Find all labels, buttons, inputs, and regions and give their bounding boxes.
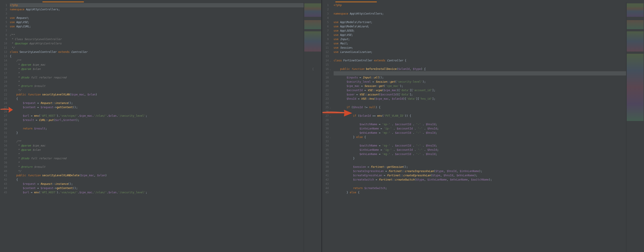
line-number[interactable]: 43 <box>322 182 331 186</box>
line-number[interactable]: 33 <box>322 139 331 144</box>
line-number[interactable]: 32⌄ <box>322 135 331 139</box>
line-number[interactable]: 34 <box>322 144 331 148</box>
code-line[interactable]: * @param $cpe_mac <box>10 144 304 148</box>
code-line[interactable]: use App\VSE; <box>10 20 304 24</box>
code-line[interactable]: namespace App\Http\Controllers; <box>10 8 304 12</box>
code-line[interactable]: } <box>334 156 626 161</box>
line-number[interactable]: 2 <box>0 8 7 12</box>
code-line[interactable]: public function securityLevelVLANDelete(… <box>10 173 304 178</box>
code-line[interactable]: $eVxLanName = 'eg-' . $accountId . '-' .… <box>334 152 626 156</box>
line-number[interactable]: 20 <box>0 84 7 88</box>
code-line[interactable] <box>10 109 304 114</box>
line-number[interactable]: 28 <box>322 118 331 122</box>
line-number[interactable]: 33 <box>0 139 7 144</box>
line-number[interactable]: {16⌄ <box>322 67 331 71</box>
minimap-right[interactable] <box>626 2 644 252</box>
line-number[interactable]: 8 <box>0 33 7 37</box>
code-line[interactable]: } else { <box>334 190 626 195</box>
code-line[interactable]: $createSwitch = Fortinet::createSwitch($… <box>334 178 626 182</box>
code-line[interactable] <box>334 71 626 75</box>
line-number[interactable]: 25 <box>0 105 7 109</box>
code-line[interactable]: /** <box>10 58 304 63</box>
code-line[interactable]: <?php <box>334 3 626 8</box>
code-line[interactable]: $url = env('API_HOST').'vse/vcpe/'.$cpe_… <box>10 190 304 195</box>
fold-chevron-icon[interactable]: ⌄ <box>329 67 331 71</box>
code-line[interactable]: <?php <box>10 3 304 8</box>
code-line[interactable] <box>334 118 626 122</box>
code-line[interactable]: * <box>10 80 304 84</box>
line-number[interactable]: 39 <box>322 165 331 169</box>
line-number[interactable]: 10 <box>0 41 7 46</box>
line-number[interactable]: 19 <box>322 80 331 84</box>
line-number[interactable]: 36 <box>0 152 7 156</box>
line-number[interactable]: 12 <box>322 50 331 54</box>
line-number[interactable]: 45 <box>322 190 331 195</box>
line-number[interactable]: 12 <box>0 50 7 54</box>
code-line[interactable]: $url = env('API_HOST').'vse/vcpe/'.$cpe_… <box>10 114 304 118</box>
line-number[interactable]: 10 <box>322 41 331 46</box>
code-line[interactable]: /** <box>10 139 304 144</box>
code-line[interactable]: use Mail; <box>334 41 626 46</box>
code-area-right[interactable]: <?php namespace App\Http\Controllers; us… <box>333 2 626 252</box>
code-line[interactable]: return $result; <box>10 127 304 131</box>
code-line[interactable]: $request = Request::instance(); <box>10 101 304 105</box>
code-line[interactable]: $createEgressVxLan = Fortinet::createEgr… <box>334 173 626 178</box>
code-line[interactable]: { <box>10 178 304 182</box>
line-number[interactable]: 28 <box>0 118 7 122</box>
code-line[interactable]: if ($vlanId == env('PVT_VLAN_ID')) { <box>334 114 626 118</box>
line-number[interactable]: 4 <box>322 16 331 20</box>
line-number[interactable]: 6 <box>322 24 331 29</box>
code-line[interactable]: * @param $cpe_mac <box>10 63 304 67</box>
line-number[interactable]: 37 <box>0 156 7 161</box>
line-number[interactable]: 17 <box>0 71 7 75</box>
line-number[interactable]: 37 <box>322 156 331 161</box>
code-line[interactable]: * @param $vlan <box>10 148 304 152</box>
line-number[interactable]: 1 <box>0 3 7 8</box>
code-line[interactable] <box>10 12 304 16</box>
line-number[interactable]: 1 <box>322 3 331 8</box>
code-line[interactable]: $inputs = Input::all(); <box>334 75 626 80</box>
line-number[interactable]: 24 <box>322 101 331 105</box>
code-line[interactable]: use Session; <box>334 46 626 50</box>
line-number[interactable]: 2 <box>322 8 331 12</box>
line-number[interactable]: 36 <box>322 152 331 156</box>
line-gutter-left[interactable]: 1234567891011121314151617181920212223242… <box>0 2 9 252</box>
tab-bar-right[interactable] <box>322 0 644 2</box>
line-number[interactable]: 35 <box>0 148 7 152</box>
code-area-left[interactable]: <?phpnamespace App\Http\Controllers; use… <box>9 2 304 252</box>
line-number[interactable]: 20 <box>322 84 331 88</box>
code-line[interactable] <box>10 135 304 139</box>
fold-chevron-icon[interactable]: ⌄ <box>329 59 331 63</box>
code-line[interactable]: * @package App\Http\Controllers <box>10 41 304 46</box>
code-line[interactable]: $user = VSE::account($accountId)['data']… <box>334 92 626 97</box>
tab-bar-left[interactable] <box>0 0 322 2</box>
code-line[interactable]: use App\Models\Fortinet; <box>334 20 626 24</box>
line-number[interactable]: 30 <box>322 127 331 131</box>
minimap-left[interactable] <box>304 2 322 252</box>
code-line[interactable]: * @param $vlan <box>10 67 304 71</box>
line-number[interactable]: 29 <box>322 122 331 127</box>
code-line[interactable] <box>334 63 626 67</box>
line-number[interactable]: 30 <box>0 127 7 131</box>
code-line[interactable] <box>334 54 626 58</box>
editor-left[interactable]: 1234567891011121314151617181920212223242… <box>0 2 322 252</box>
line-number[interactable]: 23 <box>322 97 331 101</box>
fold-chevron-icon[interactable]: ⌄ <box>329 135 331 140</box>
code-line[interactable]: $cpe_mac = Session::get('cpe_mac'); <box>334 84 626 88</box>
line-number[interactable]: 21 <box>0 88 7 92</box>
line-number[interactable]: 18 <box>0 75 7 80</box>
line-number[interactable]: 38 <box>322 161 331 165</box>
line-number[interactable]: 18 <box>322 75 331 80</box>
code-line[interactable]: $result = CURL::put($url,$content); <box>10 118 304 122</box>
editor-right[interactable]: 1234567891011121314⌄15{16⌄17181920212223… <box>322 2 644 252</box>
code-line[interactable] <box>334 182 626 186</box>
code-line[interactable] <box>334 16 626 20</box>
code-line[interactable] <box>334 101 626 105</box>
code-line[interactable]: */ <box>10 169 304 173</box>
code-line[interactable]: public function securityLevelVLAN($cpe_m… <box>10 92 304 97</box>
line-number[interactable]: 35 <box>322 148 331 152</box>
code-line[interactable]: use LaravelLocalization; <box>334 50 626 54</box>
code-line[interactable]: $security_level = Session::get('security… <box>334 80 626 84</box>
code-line[interactable]: namespace App\Http\Controllers; <box>334 12 626 16</box>
line-number[interactable]: 6 <box>0 24 7 29</box>
